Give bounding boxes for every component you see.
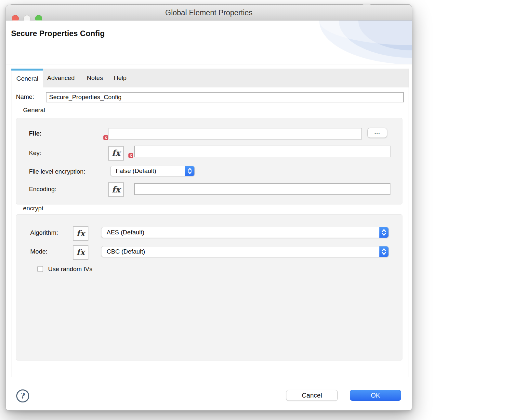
fx-icon: fx: [76, 247, 85, 257]
help-button[interactable]: ?: [16, 389, 29, 402]
file-input[interactable]: [109, 128, 362, 139]
encoding-label: Encoding:: [29, 186, 57, 193]
file-level-encryption-select[interactable]: False (Default): [110, 166, 195, 176]
tab-advanced[interactable]: Advanced: [47, 69, 75, 87]
mode-label: Mode:: [30, 248, 47, 255]
dropdown-stepper-icon: [185, 166, 194, 176]
key-error-icon: x: [128, 153, 133, 158]
file-browse-button[interactable]: ...: [367, 128, 387, 138]
question-mark-icon: ?: [17, 390, 28, 401]
title-bar[interactable]: Global Element Properties: [6, 5, 412, 20]
ok-button[interactable]: OK: [350, 390, 401, 401]
tab-bar: General Advanced Notes Help: [11, 69, 409, 87]
name-label: Name:: [16, 93, 34, 100]
dialog-header: Secure Properties Config: [6, 20, 412, 64]
name-input[interactable]: [46, 92, 404, 102]
cancel-button[interactable]: Cancel: [286, 390, 338, 401]
use-random-ivs-label: Use random IVs: [48, 266, 92, 273]
key-expression-button[interactable]: fx: [108, 146, 124, 161]
file-error-icon: x: [103, 135, 108, 140]
tab-help[interactable]: Help: [114, 69, 126, 87]
fx-icon: fx: [112, 148, 121, 158]
key-input[interactable]: [134, 146, 390, 157]
file-level-encryption-value: False (Default): [116, 166, 156, 176]
dropdown-stepper-icon: [379, 227, 388, 238]
algorithm-select[interactable]: AES (Default): [101, 227, 389, 238]
general-group-title: General: [23, 107, 45, 114]
dropdown-stepper-icon: [379, 246, 388, 257]
screen: Global Element Properties Secure Propert…: [0, 0, 526, 420]
fx-icon: fx: [76, 229, 85, 238]
page-title: Secure Properties Config: [11, 29, 105, 38]
mode-select[interactable]: CBC (Default): [101, 246, 389, 257]
fx-icon: fx: [112, 185, 121, 194]
algorithm-value: AES (Default): [107, 227, 144, 238]
encrypt-group-title: encrypt: [23, 205, 43, 212]
encoding-input[interactable]: [134, 183, 390, 195]
algorithm-label: Algorithm:: [30, 229, 58, 236]
mode-value: CBC (Default): [107, 246, 145, 257]
window-title: Global Element Properties: [6, 5, 412, 20]
file-level-encryption-label: File level encryption:: [29, 168, 85, 175]
file-label: File:: [29, 130, 42, 137]
key-label: Key:: [29, 150, 41, 157]
tab-general-label: General: [16, 75, 38, 82]
tab-general[interactable]: General: [11, 69, 43, 87]
use-random-ivs-checkbox[interactable]: [37, 266, 43, 272]
encoding-expression-button[interactable]: fx: [108, 182, 124, 197]
mode-expression-button[interactable]: fx: [73, 245, 88, 260]
global-element-properties-dialog: Global Element Properties Secure Propert…: [6, 5, 412, 411]
tab-notes[interactable]: Notes: [87, 69, 103, 87]
algorithm-expression-button[interactable]: fx: [73, 226, 88, 241]
